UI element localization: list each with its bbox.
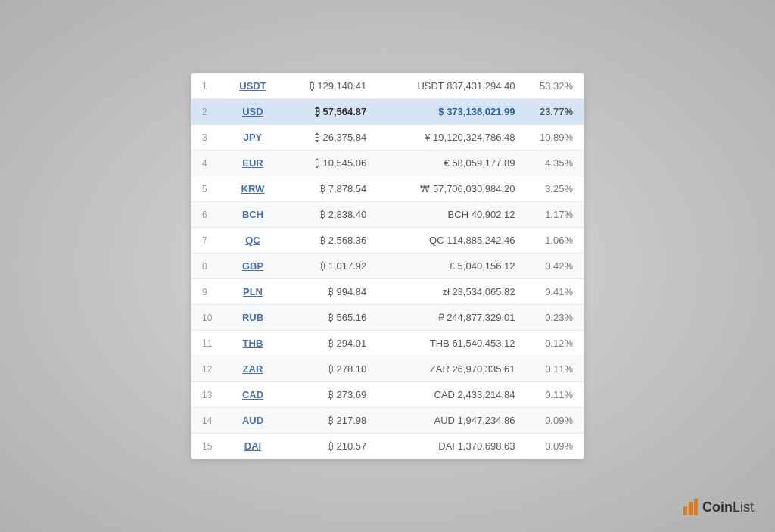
currency-link[interactable]: BCH	[242, 209, 263, 220]
btc-volume-cell: ₿ 217.98	[281, 408, 377, 434]
table-row: 5 KRW ₿ 7,878.54 ₩ 57,706,030,984.20 3.2…	[191, 176, 584, 202]
currency-cell[interactable]: DAI	[225, 434, 281, 459]
currency-cell[interactable]: ZAR	[225, 356, 281, 382]
percent-cell: 23.77%	[526, 99, 584, 125]
fiat-volume-cell: QC 114,885,242.46	[377, 228, 525, 254]
percent-cell: 0.23%	[526, 305, 584, 331]
table-container: 1 USDT ₿ 129,140.41 USDT 837,431,294.40 …	[191, 73, 584, 459]
currency-cell[interactable]: QC	[225, 228, 281, 254]
percent-cell: 3.25%	[526, 176, 584, 202]
table-row: 2 USD ₿ 57,564.87 $ 373,136,021.99 23.77…	[191, 99, 584, 125]
currency-link[interactable]: QC	[245, 235, 260, 246]
percent-cell: 0.11%	[526, 382, 584, 408]
fiat-volume-cell: THB 61,540,453.12	[377, 331, 525, 356]
currency-link[interactable]: DAI	[244, 440, 261, 452]
btc-volume-cell: ₿ 57,564.87	[281, 99, 377, 125]
coinlist-logo: CoinList	[683, 499, 754, 515]
currency-cell[interactable]: KRW	[225, 176, 281, 202]
percent-cell: 0.09%	[526, 408, 584, 434]
table-row: 3 JPY ₿ 26,375.84 ¥ 19,120,324,786.48 10…	[191, 125, 584, 151]
rank-cell: 9	[191, 279, 225, 305]
rank-cell: 13	[191, 382, 225, 408]
btc-volume-cell: ₿ 273.69	[281, 382, 377, 408]
rank-cell: 8	[191, 254, 225, 279]
rank-cell: 14	[191, 408, 225, 434]
percent-cell: 0.41%	[526, 279, 584, 305]
currency-cell[interactable]: AUD	[225, 408, 281, 434]
table-row: 4 EUR ₿ 10,545.06 € 58,059,177.89 4.35%	[191, 151, 584, 176]
currency-link[interactable]: JPY	[244, 132, 263, 143]
currency-link[interactable]: EUR	[242, 157, 263, 169]
currency-cell[interactable]: RUB	[225, 305, 281, 331]
btc-volume-cell: ₿ 278.10	[281, 356, 377, 382]
bar1-icon	[683, 506, 687, 515]
currency-link[interactable]: ZAR	[243, 363, 263, 375]
btc-volume-cell: ₿ 26,375.84	[281, 125, 377, 151]
percent-cell: 4.35%	[526, 151, 584, 176]
rank-cell: 6	[191, 202, 225, 228]
fiat-volume-cell: € 58,059,177.89	[377, 151, 525, 176]
table-row: 6 BCH ₿ 2,838.40 BCH 40,902.12 1.17%	[191, 202, 584, 228]
fiat-volume-cell: ZAR 26,970,335.61	[377, 356, 525, 382]
fiat-volume-cell: zł 23,534,065.82	[377, 279, 525, 305]
table-row: 8 GBP ₿ 1,017.92 £ 5,040,156.12 0.42%	[191, 254, 584, 279]
btc-volume-cell: ₿ 10,545.06	[281, 151, 377, 176]
currency-link[interactable]: USDT	[239, 80, 266, 92]
currency-cell[interactable]: GBP	[225, 254, 281, 279]
rank-cell: 2	[191, 99, 225, 125]
table-row: 7 QC ₿ 2,568.36 QC 114,885,242.46 1.06%	[191, 228, 584, 254]
fiat-volume-cell: ₩ 57,706,030,984.20	[377, 176, 525, 202]
currency-link[interactable]: CAD	[242, 389, 263, 400]
btc-volume-cell: ₿ 294.01	[281, 331, 377, 356]
rank-cell: 12	[191, 356, 225, 382]
rank-cell: 11	[191, 331, 225, 356]
table-row: 15 DAI ₿ 210.57 DAI 1,370,698.63 0.09%	[191, 434, 584, 459]
currency-cell[interactable]: PLN	[225, 279, 281, 305]
currency-link[interactable]: PLN	[243, 286, 263, 297]
currency-link[interactable]: USD	[242, 106, 263, 117]
table-row: 9 PLN ₿ 994.84 zł 23,534,065.82 0.41%	[191, 279, 584, 305]
table-row: 1 USDT ₿ 129,140.41 USDT 837,431,294.40 …	[191, 73, 584, 99]
percent-cell: 53.32%	[526, 73, 584, 99]
currency-link[interactable]: AUD	[242, 415, 263, 426]
btc-volume-cell: ₿ 2,568.36	[281, 228, 377, 254]
fiat-volume-cell: CAD 2,433,214.84	[377, 382, 525, 408]
percent-cell: 0.12%	[526, 331, 584, 356]
fiat-volume-cell: USDT 837,431,294.40	[377, 73, 525, 99]
fiat-volume-cell: AUD 1,947,234.86	[377, 408, 525, 434]
fiat-volume-cell: DAI 1,370,698.63	[377, 434, 525, 459]
percent-cell: 0.09%	[526, 434, 584, 459]
table-row: 12 ZAR ₿ 278.10 ZAR 26,970,335.61 0.11%	[191, 356, 584, 382]
currency-cell[interactable]: CAD	[225, 382, 281, 408]
btc-volume-cell: ₿ 994.84	[281, 279, 377, 305]
bar2-icon	[689, 502, 693, 515]
currency-cell[interactable]: EUR	[225, 151, 281, 176]
fiat-volume-cell: BCH 40,902.12	[377, 202, 525, 228]
rank-cell: 10	[191, 305, 225, 331]
currency-link[interactable]: RUB	[242, 312, 263, 323]
currency-link[interactable]: KRW	[241, 183, 265, 194]
fiat-volume-cell: £ 5,040,156.12	[377, 254, 525, 279]
percent-cell: 0.11%	[526, 356, 584, 382]
btc-volume-cell: ₿ 1,017.92	[281, 254, 377, 279]
fiat-volume-cell: ¥ 19,120,324,786.48	[377, 125, 525, 151]
percent-cell: 0.42%	[526, 254, 584, 279]
currency-cell[interactable]: USD	[225, 99, 281, 125]
currency-table: 1 USDT ₿ 129,140.41 USDT 837,431,294.40 …	[191, 73, 584, 459]
currency-link[interactable]: GBP	[242, 260, 263, 272]
currency-cell[interactable]: JPY	[225, 125, 281, 151]
percent-cell: 1.17%	[526, 202, 584, 228]
table-row: 10 RUB ₿ 565.16 ₽ 244,877,329.01 0.23%	[191, 305, 584, 331]
fiat-volume-cell: ₽ 244,877,329.01	[377, 305, 525, 331]
coinlist-bars-icon	[683, 499, 698, 515]
rank-cell: 1	[191, 73, 225, 99]
currency-cell[interactable]: BCH	[225, 202, 281, 228]
currency-link[interactable]: THB	[243, 338, 263, 349]
fiat-volume-cell: $ 373,136,021.99	[377, 99, 525, 125]
rank-cell: 7	[191, 228, 225, 254]
rank-cell: 3	[191, 125, 225, 151]
currency-cell[interactable]: THB	[225, 331, 281, 356]
currency-cell[interactable]: USDT	[225, 73, 281, 99]
rank-cell: 4	[191, 151, 225, 176]
coinlist-text: CoinList	[702, 499, 754, 515]
